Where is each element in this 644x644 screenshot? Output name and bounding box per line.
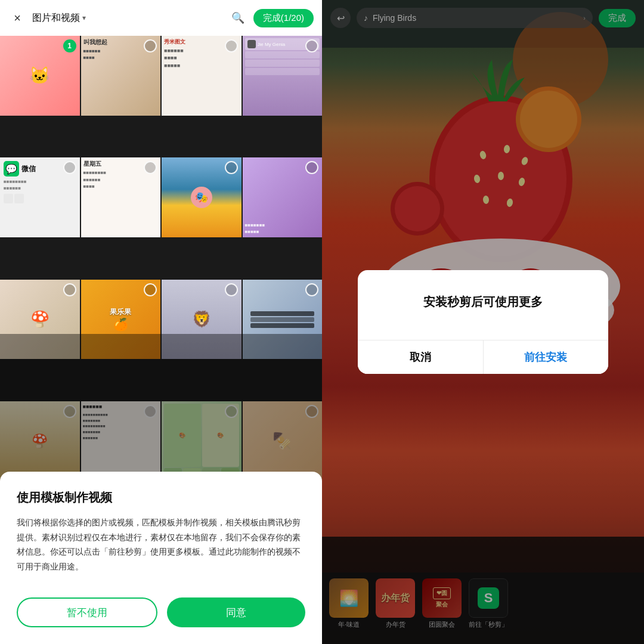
grid-cell-1[interactable]: 🐱 1 [0,36,80,116]
grid-cell-5-wechat[interactable]: 💬 微信 ■■■■■■■■ ■■■■■■ [0,157,80,237]
left-dialog-overlay: 使用模板制作视频 我们将根据你选择的图片或视频，匹配模板并制作视频，相关模板由腾… [0,334,322,644]
grid-cell-4[interactable]: Jie My Genia [243,36,323,116]
chevron-down-icon: ▾ [82,14,86,22]
select-circle-4 [305,39,318,52]
left-dialog-title: 使用模板制作视频 [17,490,305,506]
agree-button[interactable]: 同意 [167,597,305,627]
right-panel: ↩ ♪ Flying Birds › 完成 安装秒剪后可使用更多 取消 前往安装… [322,0,644,644]
grid-cell-2[interactable]: 叫我想起 ■■■■■■■■■■ [81,36,161,116]
search-button[interactable]: 🔍 [228,8,247,27]
album-label: 图片和视频 [32,12,80,24]
dialog-install-button[interactable]: 前往安装 [484,340,609,374]
dialog-body-text: 我们将根据你选择的图片或视频，匹配模板并制作视频，相关模板由腾讯秒剪提供。素材识… [17,518,301,571]
right-dialog-overlay: 安装秒剪后可使用更多 取消 前往安装 [322,0,644,644]
right-dialog-title: 安装秒剪后可使用更多 [376,294,590,310]
select-circle-9 [63,283,76,296]
cancel-use-button[interactable]: 暂不使用 [17,597,157,627]
left-dialog: 使用模板制作视频 我们将根据你选择的图片或视频，匹配模板并制作视频，相关模板由腾… [0,472,322,644]
grid-cell-7[interactable]: 🎭 [162,157,242,237]
select-circle-7 [225,161,238,174]
select-circle-12 [305,283,318,296]
close-icon: × [14,11,21,25]
left-header: × 图片和视频 ▾ 🔍 完成(1/20) [0,0,322,36]
close-button[interactable]: × [8,9,26,27]
selected-badge-1: 1 [63,39,76,52]
grid-cell-8[interactable]: ■■■■■■■■■■■■ [243,157,323,237]
left-dialog-buttons: 暂不使用 同意 [17,597,305,627]
right-dialog: 安装秒剪后可使用更多 取消 前往安装 [358,270,608,374]
left-panel: × 图片和视频 ▾ 🔍 完成(1/20) 🐱 1 叫我想起 ■■■■■■■■■■ [0,0,322,644]
left-dialog-body: 我们将根据你选择的图片或视频，匹配模板并制作视频，相关模板由腾讯秒剪提供。素材识… [17,515,305,574]
dialog-cancel-button[interactable]: 取消 [358,340,484,374]
select-circle-5 [63,161,76,174]
select-circle-3 [225,39,238,52]
search-icon: 🔍 [231,11,244,24]
right-dialog-buttons: 取消 前往安装 [358,340,608,374]
select-circle-10 [144,283,157,296]
wechat-label: 微信 [21,164,36,174]
done-button[interactable]: 完成(1/20) [253,9,314,27]
grid-cell-6[interactable]: 星期五 ■■■■■■■■■■■■■■■■■■ [81,157,161,237]
album-selector[interactable]: 图片和视频 ▾ [32,12,86,24]
grid-cell-3[interactable]: 秀米图文 ■■■■■■■■■■■■■■■ [162,36,242,116]
select-circle-11 [225,283,238,296]
select-circle-2 [144,39,157,52]
